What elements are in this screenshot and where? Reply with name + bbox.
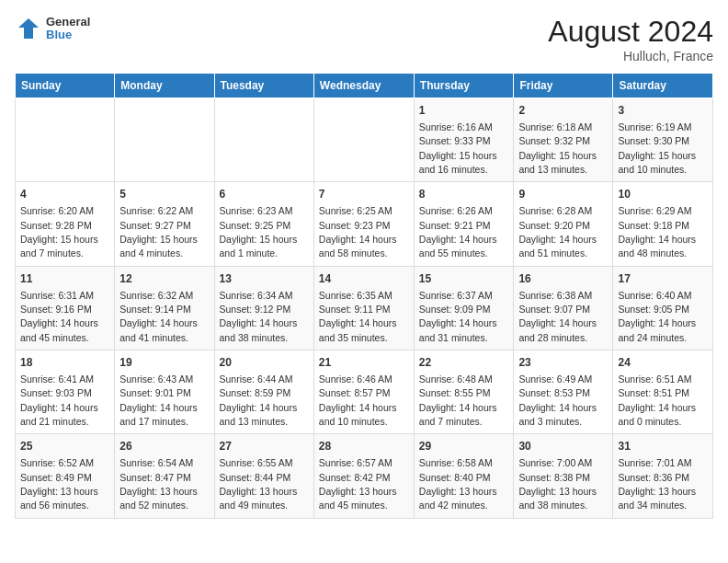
day-info: Sunrise: 6:37 AM Sunset: 9:09 PM Dayligh… xyxy=(419,290,497,343)
calendar-cell xyxy=(313,98,414,182)
day-info: Sunrise: 6:29 AM Sunset: 9:18 PM Dayligh… xyxy=(618,205,696,259)
day-number: 10 xyxy=(618,187,708,202)
calendar-table: SundayMondayTuesdayWednesdayThursdayFrid… xyxy=(15,73,713,519)
col-header-saturday: Saturday xyxy=(613,74,713,98)
calendar-cell: 1Sunrise: 6:16 AM Sunset: 9:33 PM Daylig… xyxy=(414,98,514,182)
day-info: Sunrise: 6:20 AM Sunset: 9:28 PM Dayligh… xyxy=(20,205,98,259)
day-info: Sunrise: 6:35 AM Sunset: 9:11 PM Dayligh… xyxy=(319,290,397,343)
day-number: 17 xyxy=(618,271,708,287)
day-info: Sunrise: 6:44 AM Sunset: 8:59 PM Dayligh… xyxy=(220,373,298,427)
logo-general: General xyxy=(46,16,90,29)
calendar-cell: 5Sunrise: 6:22 AM Sunset: 9:27 PM Daylig… xyxy=(115,182,214,266)
calendar-cell: 26Sunrise: 6:54 AM Sunset: 8:47 PM Dayli… xyxy=(115,434,214,518)
logo-blue: Blue xyxy=(46,29,90,41)
calendar-cell: 29Sunrise: 6:58 AM Sunset: 8:40 PM Dayli… xyxy=(414,434,514,518)
day-info: Sunrise: 6:26 AM Sunset: 9:21 PM Dayligh… xyxy=(419,205,497,259)
day-info: Sunrise: 6:34 AM Sunset: 9:12 PM Dayligh… xyxy=(220,290,298,343)
calendar-week-row: 18Sunrise: 6:41 AM Sunset: 9:03 PM Dayli… xyxy=(16,350,713,434)
day-number: 6 xyxy=(220,187,309,202)
col-header-monday: Monday xyxy=(115,74,214,98)
day-info: Sunrise: 6:18 AM Sunset: 9:32 PM Dayligh… xyxy=(518,121,597,175)
day-number: 13 xyxy=(220,271,309,287)
day-number: 19 xyxy=(119,355,209,371)
day-number: 12 xyxy=(119,271,209,287)
day-info: Sunrise: 6:57 AM Sunset: 8:42 PM Dayligh… xyxy=(319,457,397,511)
day-info: Sunrise: 6:31 AM Sunset: 9:16 PM Dayligh… xyxy=(20,290,98,343)
day-info: Sunrise: 7:00 AM Sunset: 8:38 PM Dayligh… xyxy=(518,457,597,511)
calendar-cell: 11Sunrise: 6:31 AM Sunset: 9:16 PM Dayli… xyxy=(16,266,115,350)
calendar-cell: 21Sunrise: 6:46 AM Sunset: 8:57 PM Dayli… xyxy=(313,350,414,434)
calendar-cell: 15Sunrise: 6:37 AM Sunset: 9:09 PM Dayli… xyxy=(414,266,514,350)
day-number: 1 xyxy=(419,103,509,119)
day-number: 20 xyxy=(220,355,309,371)
day-number: 26 xyxy=(119,439,209,454)
col-header-sunday: Sunday xyxy=(16,74,115,98)
day-number: 3 xyxy=(618,103,708,119)
calendar-cell: 24Sunrise: 6:51 AM Sunset: 8:51 PM Dayli… xyxy=(613,350,713,434)
col-header-tuesday: Tuesday xyxy=(214,74,313,98)
day-number: 14 xyxy=(319,271,409,287)
day-info: Sunrise: 6:49 AM Sunset: 8:53 PM Dayligh… xyxy=(518,373,597,427)
calendar-cell: 16Sunrise: 6:38 AM Sunset: 9:07 PM Dayli… xyxy=(514,266,613,350)
calendar-cell: 18Sunrise: 6:41 AM Sunset: 9:03 PM Dayli… xyxy=(16,350,115,434)
day-number: 24 xyxy=(618,355,708,371)
calendar-cell: 27Sunrise: 6:55 AM Sunset: 8:44 PM Dayli… xyxy=(214,434,313,518)
col-header-friday: Friday xyxy=(514,74,613,98)
svg-marker-0 xyxy=(18,18,39,39)
calendar-cell xyxy=(214,98,313,182)
day-info: Sunrise: 6:28 AM Sunset: 9:20 PM Dayligh… xyxy=(518,205,597,259)
calendar-cell: 25Sunrise: 6:52 AM Sunset: 8:49 PM Dayli… xyxy=(16,434,115,518)
calendar-cell: 2Sunrise: 6:18 AM Sunset: 9:32 PM Daylig… xyxy=(514,98,613,182)
calendar-week-row: 1Sunrise: 6:16 AM Sunset: 9:33 PM Daylig… xyxy=(16,98,713,182)
day-info: Sunrise: 6:54 AM Sunset: 8:47 PM Dayligh… xyxy=(119,457,198,511)
calendar-week-row: 4Sunrise: 6:20 AM Sunset: 9:28 PM Daylig… xyxy=(16,182,713,266)
day-info: Sunrise: 6:16 AM Sunset: 9:33 PM Dayligh… xyxy=(419,121,497,175)
day-number: 16 xyxy=(518,271,608,287)
day-number: 28 xyxy=(319,439,409,454)
calendar-cell: 19Sunrise: 6:43 AM Sunset: 9:01 PM Dayli… xyxy=(115,350,214,434)
logo-icon xyxy=(15,15,42,42)
calendar-cell: 17Sunrise: 6:40 AM Sunset: 9:05 PM Dayli… xyxy=(613,266,713,350)
calendar-week-row: 11Sunrise: 6:31 AM Sunset: 9:16 PM Dayli… xyxy=(16,266,713,350)
page-header: General Blue August 2024 Hulluch, France xyxy=(15,15,713,63)
day-number: 29 xyxy=(419,439,509,454)
calendar-cell: 13Sunrise: 6:34 AM Sunset: 9:12 PM Dayli… xyxy=(214,266,313,350)
calendar-cell: 31Sunrise: 7:01 AM Sunset: 8:36 PM Dayli… xyxy=(613,434,713,518)
calendar-cell xyxy=(115,98,214,182)
day-number: 18 xyxy=(20,355,109,371)
calendar-cell: 4Sunrise: 6:20 AM Sunset: 9:28 PM Daylig… xyxy=(16,182,115,266)
day-number: 8 xyxy=(419,187,509,202)
title-area: August 2024 Hulluch, France xyxy=(548,15,713,63)
day-info: Sunrise: 6:32 AM Sunset: 9:14 PM Dayligh… xyxy=(119,290,198,343)
col-header-wednesday: Wednesday xyxy=(313,74,414,98)
calendar-cell: 28Sunrise: 6:57 AM Sunset: 8:42 PM Dayli… xyxy=(313,434,414,518)
day-number: 31 xyxy=(618,439,708,454)
month-year-title: August 2024 xyxy=(548,15,713,49)
day-info: Sunrise: 6:55 AM Sunset: 8:44 PM Dayligh… xyxy=(220,457,298,511)
calendar-cell: 20Sunrise: 6:44 AM Sunset: 8:59 PM Dayli… xyxy=(214,350,313,434)
calendar-cell: 23Sunrise: 6:49 AM Sunset: 8:53 PM Dayli… xyxy=(514,350,613,434)
day-number: 11 xyxy=(20,271,109,287)
day-info: Sunrise: 6:58 AM Sunset: 8:40 PM Dayligh… xyxy=(419,457,497,511)
calendar-cell: 22Sunrise: 6:48 AM Sunset: 8:55 PM Dayli… xyxy=(414,350,514,434)
calendar-cell: 14Sunrise: 6:35 AM Sunset: 9:11 PM Dayli… xyxy=(313,266,414,350)
day-number: 22 xyxy=(419,355,509,371)
day-info: Sunrise: 6:22 AM Sunset: 9:27 PM Dayligh… xyxy=(119,205,198,259)
calendar-cell: 30Sunrise: 7:00 AM Sunset: 8:38 PM Dayli… xyxy=(514,434,613,518)
day-info: Sunrise: 6:48 AM Sunset: 8:55 PM Dayligh… xyxy=(419,373,497,427)
day-number: 9 xyxy=(518,187,608,202)
calendar-cell xyxy=(16,98,115,182)
day-info: Sunrise: 6:25 AM Sunset: 9:23 PM Dayligh… xyxy=(319,205,397,259)
calendar-cell: 10Sunrise: 6:29 AM Sunset: 9:18 PM Dayli… xyxy=(613,182,713,266)
logo-text: General Blue xyxy=(46,16,90,42)
calendar-week-row: 25Sunrise: 6:52 AM Sunset: 8:49 PM Dayli… xyxy=(16,434,713,518)
day-number: 23 xyxy=(518,355,608,371)
col-header-thursday: Thursday xyxy=(414,74,514,98)
day-info: Sunrise: 6:38 AM Sunset: 9:07 PM Dayligh… xyxy=(518,290,597,343)
day-info: Sunrise: 6:41 AM Sunset: 9:03 PM Dayligh… xyxy=(20,373,98,427)
calendar-cell: 6Sunrise: 6:23 AM Sunset: 9:25 PM Daylig… xyxy=(214,182,313,266)
calendar-cell: 8Sunrise: 6:26 AM Sunset: 9:21 PM Daylig… xyxy=(414,182,514,266)
day-number: 30 xyxy=(518,439,608,454)
day-number: 21 xyxy=(319,355,409,371)
day-info: Sunrise: 7:01 AM Sunset: 8:36 PM Dayligh… xyxy=(618,457,696,511)
